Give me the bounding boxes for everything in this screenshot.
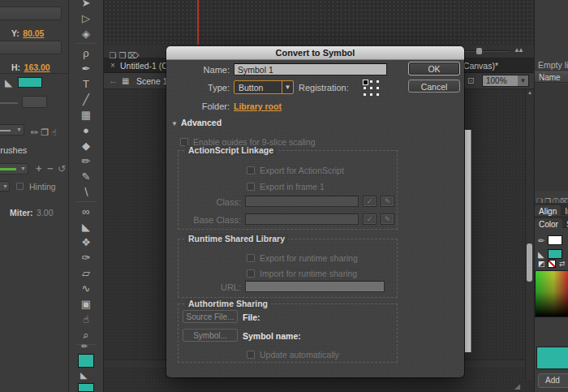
registration-point[interactable] — [377, 80, 379, 83]
edit-class-button[interactable]: ✎ — [381, 196, 394, 207]
update-automatically-checkbox[interactable]: Update automatically — [247, 347, 339, 361]
x-field-fragment[interactable] — [0, 6, 62, 20]
url-input[interactable] — [245, 281, 385, 292]
tab-color[interactable]: Color — [535, 218, 562, 230]
stroke-size-slider[interactable] — [0, 102, 18, 104]
brush-shape-dropdown[interactable]: ▼ — [0, 163, 28, 174]
ok-button[interactable]: OK — [408, 62, 460, 75]
pen-tool[interactable]: ✒ — [69, 61, 103, 76]
eraser-tool[interactable]: ▱ — [69, 265, 103, 281]
y-value[interactable]: 80.05 — [23, 28, 44, 38]
fill-color-swatch[interactable] — [548, 249, 562, 259]
symbol-type-dropdown[interactable]: Button ▼ — [234, 80, 294, 94]
symbol-button[interactable]: Symbol... — [183, 329, 238, 342]
object-drawing-icon[interactable]: ☝ — [51, 127, 57, 137]
registration-point[interactable] — [370, 93, 372, 96]
registration-point[interactable] — [377, 87, 379, 89]
default-colors-icon[interactable]: ◩ — [538, 260, 545, 268]
fill-color-swatch[interactable] — [18, 77, 42, 88]
pencil-icon[interactable]: ✏ — [31, 127, 38, 137]
registration-point[interactable] — [370, 87, 372, 89]
import-runtime-sharing-checkbox[interactable]: Import for runtime sharing — [247, 265, 357, 280]
no-color-icon[interactable] — [548, 260, 556, 268]
folder-link[interactable]: Library root — [234, 101, 282, 111]
export-in-frame1-checkbox[interactable]: Export in frame 1 — [247, 179, 325, 193]
bone-tool[interactable]: ∞ — [69, 204, 103, 219]
class-input[interactable] — [245, 196, 359, 207]
resize-grip-icon[interactable]: ◢ — [514, 382, 520, 390]
registration-point[interactable] — [364, 87, 366, 89]
advanced-toggle[interactable]: ▼Advanced — [171, 118, 222, 127]
h-value[interactable]: 163.00 — [24, 62, 50, 72]
registration-grid[interactable] — [364, 80, 381, 98]
camera-tool[interactable]: ▣ — [69, 296, 103, 312]
tab-swatches[interactable]: Swatches — [562, 218, 568, 230]
ink-bottle-tool[interactable]: ❖ — [69, 235, 103, 250]
add-swatch-button[interactable]: Add — [538, 373, 568, 388]
reset-brush-button[interactable]: ↺ — [58, 163, 66, 174]
color-spectrum-field[interactable] — [535, 270, 568, 317]
paint-brush-tool[interactable]: ✎ — [69, 169, 103, 184]
scrollbar-thumb[interactable] — [527, 243, 532, 282]
pencil-tool[interactable]: ✏ — [69, 153, 103, 169]
registration-point[interactable] — [370, 80, 372, 83]
back-arrow-icon[interactable]: ← — [109, 75, 118, 85]
stroke-color-swatch[interactable] — [548, 235, 562, 245]
paint-bucket-tool[interactable]: ◣ — [69, 219, 103, 235]
swap-colors-icon[interactable]: ⇄ — [559, 260, 566, 268]
library-item-list[interactable] — [535, 84, 568, 191]
miter-value[interactable]: 3.00 — [37, 208, 53, 218]
hinting-dropdown[interactable]: ▼ — [0, 181, 10, 192]
close-tab-icon[interactable]: × — [110, 61, 115, 70]
free-transform-tool[interactable]: ▷ — [69, 11, 103, 26]
center-frame-icon[interactable]: ⊡ — [467, 76, 474, 85]
remove-brush-button[interactable]: − — [47, 162, 54, 174]
validate-class-button[interactable]: ✓ — [363, 196, 377, 207]
width-tool[interactable]: ∿ — [69, 281, 103, 296]
cancel-button[interactable]: Cancel — [408, 80, 460, 93]
w-field-fragment[interactable] — [0, 41, 62, 54]
brushes-label[interactable]: Brushes — [0, 145, 27, 155]
base-class-input[interactable] — [245, 213, 359, 225]
polystar-tool[interactable]: ◆ — [69, 138, 103, 153]
timeline-frames-area[interactable] — [104, 0, 534, 45]
zoom-tool[interactable]: ⌕ — [69, 327, 103, 342]
registration-point-selected[interactable] — [364, 80, 368, 84]
gradient-transform-tool[interactable]: ◈ — [69, 26, 103, 41]
selection-tool[interactable]: ➤ — [69, 0, 103, 11]
library-name-column-header[interactable]: Name — [535, 71, 568, 83]
stage-canvas-edge[interactable] — [465, 130, 471, 352]
hand-tool[interactable]: ☝ — [69, 312, 103, 327]
eyedropper-tool[interactable]: ✑ — [69, 250, 103, 265]
validate-base-class-button[interactable]: ✓ — [363, 213, 377, 225]
slider-thumb[interactable] — [476, 48, 482, 54]
timeline-zoom-slider[interactable]: ▲▲ — [458, 47, 523, 55]
export-for-actionscript-checkbox[interactable]: Export for ActionScript — [247, 162, 344, 177]
stroke-size-input[interactable] — [22, 96, 47, 108]
add-brush-button[interactable]: + — [36, 162, 42, 174]
source-file-button[interactable]: Source File... — [183, 310, 238, 323]
oval-tool[interactable]: ● — [69, 123, 103, 138]
edit-base-class-button[interactable]: ✎ — [381, 213, 394, 225]
stroke-style-icon[interactable]: ❐ — [41, 127, 49, 137]
fill-color-chip[interactable] — [78, 383, 94, 392]
stroke-color-chip[interactable] — [78, 354, 94, 368]
vertical-scrollbar[interactable]: ▲ — [525, 89, 533, 380]
registration-point[interactable] — [377, 93, 379, 96]
export-runtime-sharing-checkbox[interactable]: Export for runtime sharing — [247, 250, 358, 265]
playhead[interactable] — [197, 0, 199, 45]
line-tool[interactable]: ╱ — [69, 92, 103, 107]
hinting-checkbox[interactable] — [16, 183, 24, 190]
stage-zoom-select[interactable]: 100% ▼ — [482, 75, 529, 87]
stroke-style-dropdown[interactable]: ▼ — [0, 124, 24, 136]
brush-tool[interactable]: ∖ — [69, 184, 103, 200]
symbol-name-input[interactable]: Symbol 1 — [234, 63, 387, 75]
lasso-tool[interactable]: ρ — [69, 45, 103, 61]
rectangle-tool[interactable]: ▦ — [69, 107, 103, 123]
scroll-up-icon[interactable]: ▲ — [527, 90, 532, 95]
slider-track[interactable] — [458, 50, 509, 52]
registration-point[interactable] — [364, 93, 366, 96]
dialog-title-bar[interactable]: Convert to Symbol — [166, 46, 464, 60]
scene-breadcrumb[interactable]: Scene 1 — [136, 76, 168, 86]
text-tool[interactable]: T — [69, 76, 103, 92]
